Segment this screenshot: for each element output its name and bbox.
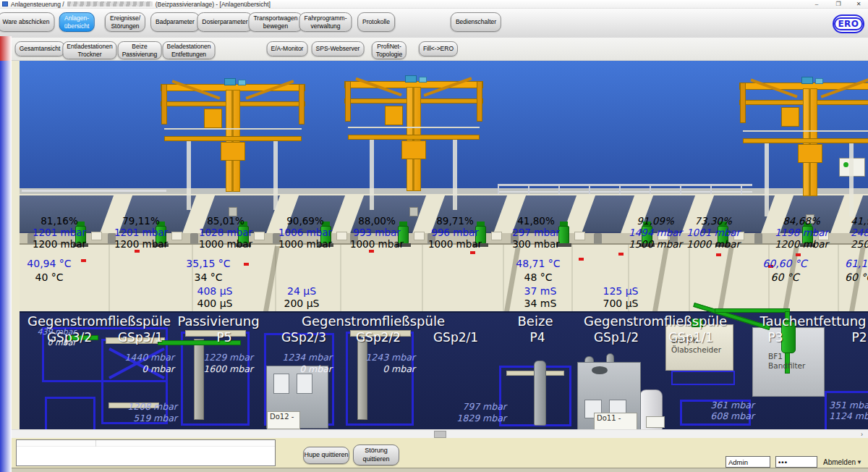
- crane-part: [801, 77, 813, 84]
- station-code-gsp1-2: GSp1/2: [594, 330, 639, 345]
- crane-part: [405, 75, 417, 83]
- gauge-value: 1006 mbar: [278, 227, 332, 238]
- scene-mwin: [297, 374, 312, 394]
- station-code-gsp2-3: GSp2/3: [281, 330, 326, 345]
- scroll-right-icon[interactable]: ›: [857, 431, 867, 438]
- crane-part: [781, 107, 799, 127]
- scene-rail: [558, 184, 560, 194]
- view-button-entladestationen-trockner[interactable]: Entladestationen Trockner: [62, 41, 116, 59]
- gauge-value: 0 mbar: [256, 363, 415, 375]
- ack-fault-button[interactable]: Störung quittieren: [353, 444, 399, 465]
- minimize-button[interactable]: –: [809, 0, 825, 8]
- station-code-gsp1-1: GSp1/1: [668, 330, 713, 345]
- close-button[interactable]: ✕: [851, 0, 867, 8]
- scene-seam: [689, 245, 690, 311]
- toolbar-button-ereignisse-st-rungen[interactable]: Ereignisse/ Störungen: [105, 12, 145, 32]
- gauge-value: 1000 mbar: [686, 238, 740, 250]
- username-input[interactable]: [726, 456, 770, 468]
- crane-part: [348, 127, 480, 128]
- plant-control-window: Anlagensteuerung / (Beizpassivieranlage)…: [0, 0, 868, 472]
- maximize-button[interactable]: ❐: [830, 0, 846, 8]
- view-button-fill-ero[interactable]: Fill<->ERO: [419, 41, 458, 56]
- message-list-header-divider: [95, 440, 96, 447]
- gauge-value: 48,71 °C: [516, 257, 560, 271]
- gauge-group: 84,68%1198 mbar1200 mbar: [775, 215, 828, 250]
- gauge-value: 700 µS: [603, 298, 639, 310]
- message-listbox[interactable]: [16, 439, 276, 466]
- toolbar-button-dosierparameter[interactable]: Dosierparameter: [197, 12, 252, 32]
- gauge-value: 79,11%: [114, 215, 168, 227]
- logout-dropdown-icon[interactable]: ▼: [856, 459, 862, 465]
- gantry-crane: [739, 80, 868, 226]
- frame-stripe-blue: [0, 61, 12, 472]
- scene-wbox: [171, 232, 182, 240]
- toolbar-button-bedienschalter[interactable]: Bedienschalter: [451, 12, 501, 32]
- gauge-value: 88,00%: [350, 215, 404, 227]
- plant-3d-view[interactable]: Do12 -Do11 -eroTPKÖlabscheiderBF1Bandfil…: [0, 61, 868, 429]
- crane-part: [238, 80, 246, 85]
- scene-wbox: [491, 232, 502, 240]
- scene-rail: [680, 184, 681, 194]
- gauge-value: 200 µS: [284, 298, 320, 310]
- view-button-profinet-topologie[interactable]: ProfiNet- Topologie: [372, 41, 407, 59]
- scene-seam: [571, 245, 573, 311]
- view-button-beladestationen-entfettungen[interactable]: Beladestationen Entfettungen: [163, 41, 216, 59]
- gauge-group: 41,9248 mbar250 mbar: [851, 215, 868, 250]
- scene-red: [796, 253, 801, 256]
- gauge-value: 519 mbar: [18, 413, 177, 424]
- horizontal-scrollbar[interactable]: ‹ ›: [0, 429, 868, 438]
- view-button-gesamtansicht[interactable]: Gesamtansicht: [15, 41, 65, 56]
- crane-part: [743, 138, 868, 143]
- window-title: Anlagensteuerung / (Beizpassivieranlage)…: [11, 1, 271, 8]
- gauge-group: 37 mS34 mS: [524, 285, 557, 310]
- gauge-value: 35,15 °C: [186, 257, 230, 271]
- scrollbar-thumb[interactable]: [434, 431, 446, 438]
- scene-rail: [528, 184, 529, 194]
- view-button-beize-passivierung[interactable]: Beize Passivierung: [118, 41, 162, 59]
- view-button-e-a-monitor[interactable]: E/A-Monitor: [267, 41, 308, 56]
- gantry-crane: [161, 81, 305, 219]
- scene-red: [579, 258, 584, 261]
- gauge-value: 1124 mbar: [829, 410, 868, 421]
- crane-part: [221, 142, 245, 161]
- machine-label-line: Bandfilter: [768, 361, 820, 371]
- gauge-value: 297 mbar: [512, 227, 560, 238]
- window-title-prefix: Anlagensteuerung /: [11, 1, 64, 8]
- gauge-value: 1201 mbar: [33, 227, 86, 238]
- password-input[interactable]: [775, 456, 817, 468]
- scene-green: [715, 308, 790, 313]
- crane-part: [224, 78, 236, 85]
- gauge-value: 996 mbar: [428, 227, 482, 238]
- ack-horn-button[interactable]: Hupe quittieren: [303, 447, 349, 464]
- view-button-sps-webserver[interactable]: SPS-Webserver: [312, 41, 365, 56]
- toolbar-button-badparameter[interactable]: Badparameter: [150, 12, 200, 32]
- toolbar-button-transportwagen-bewegen[interactable]: Transportwagen bewegen: [248, 12, 302, 32]
- gauge-group: 41,80%297 mbar300 mbar: [512, 215, 560, 250]
- gauge-value: 1028 mbar: [199, 227, 252, 238]
- gauge-group: 61,18 °C60 °C: [845, 257, 868, 285]
- crane-part: [453, 140, 457, 210]
- machine-label-line: Ölabscheider: [671, 345, 732, 355]
- gauge-group: 125 µS700 µS: [603, 285, 639, 310]
- crane-part: [765, 143, 769, 216]
- message-list-header: [17, 440, 275, 447]
- scene-gpipe: [194, 339, 204, 420]
- gauge-value: 1494 mbar: [629, 227, 682, 238]
- gauge-group: 88,00%993 mbar1000 mbar: [350, 215, 404, 250]
- scene-rail: [710, 184, 712, 194]
- toolbar-button-fahrprogramm-verwaltung[interactable]: Fahrprogramm- verwaltung: [299, 12, 352, 32]
- toolbar-button-anlagen-bersicht[interactable]: Anlagen- übersicht: [59, 12, 95, 32]
- toolbar-button-ware-abschicken[interactable]: Ware abschicken: [0, 12, 54, 32]
- gauge-value: 91,09%: [629, 215, 682, 227]
- scene-frame2: [671, 371, 735, 385]
- gantry-crane: [344, 78, 483, 219]
- scene-rail2: [22, 190, 166, 192]
- machine-label-bf1: BF1Bandfilter: [768, 352, 820, 372]
- logout-button[interactable]: Abmelden: [823, 458, 856, 466]
- gauge-group: 60,60 °C60 °C: [762, 257, 807, 285]
- toolbar-button-protokolle[interactable]: Protokolle: [357, 12, 395, 32]
- scene-plat: [185, 330, 246, 337]
- crane-part: [187, 141, 191, 210]
- gauge-value: 60,60 °C: [762, 257, 807, 271]
- crane-part: [849, 143, 854, 216]
